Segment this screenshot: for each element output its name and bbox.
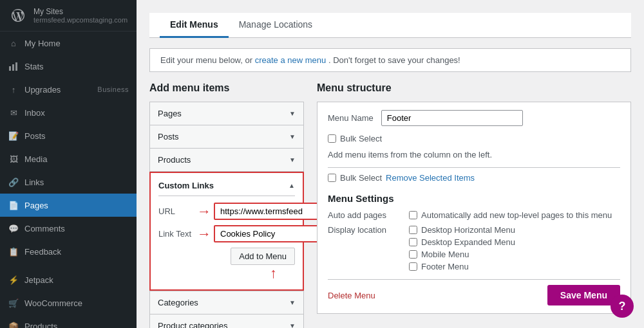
url-row: URL → <box>158 203 295 220</box>
nav-item-media[interactable]: 🖼 Media <box>0 147 137 170</box>
svg-rect-2 <box>15 62 17 71</box>
nav-label-jetpack: Jetpack <box>24 275 53 285</box>
left-column: Add menu items Pages ▼ Posts ▼ Products <box>149 82 304 328</box>
accordion-header-product-categories[interactable]: Product categories ▼ <box>150 314 303 328</box>
chevron-down-icon-posts: ▼ <box>289 133 296 140</box>
svg-rect-1 <box>12 64 14 71</box>
accordion-product-categories: Product categories ▼ <box>149 314 304 328</box>
delete-menu-link[interactable]: Delete Menu <box>328 291 375 300</box>
menu-name-row: Menu Name <box>328 110 620 126</box>
nav-item-comments[interactable]: 💬 Comments <box>0 217 137 240</box>
nav-item-pages[interactable]: 📄 Pages <box>0 194 137 217</box>
nav-label-woocommerce: WooCommerce <box>24 298 82 308</box>
url-arrow: → <box>197 205 211 219</box>
auto-add-label: Auto add pages <box>328 210 399 220</box>
display-option-desktop-horizontal[interactable]: Desktop Horizontal Menu <box>409 225 515 235</box>
add-to-menu-label: Add to Menu <box>239 251 287 261</box>
desktop-expanded-label: Desktop Expanded Menu <box>421 237 515 247</box>
display-option-desktop-expanded[interactable]: Desktop Expanded Menu <box>409 237 515 247</box>
posts-accordion-label: Posts <box>158 132 179 141</box>
pages-label: Pages <box>158 109 182 118</box>
create-new-menu-link[interactable]: create a new menu <box>255 55 327 65</box>
display-option-mobile[interactable]: Mobile Menu <box>409 250 515 259</box>
bulk-select-row-top: Bulk Select <box>328 134 620 143</box>
add-button-row: Add to Menu <box>158 248 295 265</box>
menu-name-input[interactable] <box>381 110 523 126</box>
nav-item-products[interactable]: 📦 Products <box>0 314 137 328</box>
bulk-select-label-bottom: Bulk Select <box>340 173 382 183</box>
menu-name-label: Menu Name <box>328 113 374 123</box>
feedback-icon: 📋 <box>8 246 19 257</box>
desktop-horizontal-checkbox[interactable] <box>409 226 417 234</box>
info-text-before: Edit your menu below, or <box>160 55 255 65</box>
product-categories-label: Product categories <box>158 321 227 328</box>
display-option-footer[interactable]: Footer Menu <box>409 262 515 271</box>
nav-item-upgrades[interactable]: ↑ Upgrades Business <box>0 78 137 101</box>
chevron-down-icon-product-categories: ▼ <box>289 322 296 328</box>
custom-links-section: Custom Links ▲ URL → Link Text → Add to … <box>149 172 304 291</box>
display-location-options: Desktop Horizontal Menu Desktop Expanded… <box>409 225 515 271</box>
nav-label-comments: Comments <box>24 224 65 233</box>
upgrades-badge: Business <box>97 86 129 93</box>
inbox-icon: ✉ <box>8 107 19 118</box>
bottom-bar: Delete Menu Save Menu <box>328 279 620 305</box>
link-text-label: Link Text <box>158 229 197 239</box>
nav-label-my-home: My Home <box>24 39 61 48</box>
nav-label-feedback: Feedback <box>24 247 61 257</box>
bulk-select-row-bottom: Bulk Select Remove Selected Items <box>328 167 620 183</box>
nav-label-inbox: Inbox <box>24 108 45 118</box>
nav-label-pages: Pages <box>24 201 48 210</box>
products-icon: 📦 <box>8 320 19 328</box>
nav-item-links[interactable]: 🔗 Links <box>0 170 137 194</box>
nav-item-jetpack[interactable]: ⚡ Jetpack <box>0 268 137 291</box>
accordion-pages: Pages ▼ <box>149 102 304 125</box>
nav-label-stats: Stats <box>24 62 44 71</box>
custom-links-header: Custom Links ▲ <box>158 181 295 196</box>
help-button[interactable]: ? <box>611 295 634 318</box>
nav-item-my-home[interactable]: ⌂ My Home <box>0 32 137 55</box>
footer-menu-label: Footer Menu <box>421 262 469 271</box>
auto-add-option-label: Automatically add new top-level pages to… <box>421 210 612 220</box>
auto-add-checkbox[interactable] <box>409 211 417 219</box>
accordion-header-categories[interactable]: Categories ▼ <box>150 291 303 314</box>
nav-item-woocommerce[interactable]: 🛒 WooCommerce <box>0 291 137 314</box>
accordion-header-posts[interactable]: Posts ▼ <box>150 125 303 148</box>
nav-label-products: Products <box>24 322 57 329</box>
add-to-menu-button[interactable]: Add to Menu <box>231 248 295 265</box>
display-location-row: Display location Desktop Horizontal Menu… <box>328 225 620 271</box>
home-icon: ⌂ <box>8 37 19 49</box>
link-text-arrow: → <box>197 227 211 241</box>
tab-edit-menus[interactable]: Edit Menus <box>160 13 229 38</box>
menu-structure-box: Menu Name Bulk Select Add menu items fro… <box>317 102 631 314</box>
main-content: Edit Menus Manage Locations Edit your me… <box>137 0 644 328</box>
wordpress-logo <box>8 5 28 26</box>
pages-icon: 📄 <box>8 199 19 211</box>
chevron-down-icon-pages: ▼ <box>289 110 296 117</box>
accordion-header-products[interactable]: Products ▼ <box>150 149 303 171</box>
accordion-header-pages[interactable]: Pages ▼ <box>150 102 303 125</box>
save-menu-button[interactable]: Save Menu <box>547 285 620 305</box>
nav-label-posts: Posts <box>24 131 46 141</box>
site-name: My Sites <box>33 7 128 16</box>
footer-menu-checkbox[interactable] <box>409 262 417 271</box>
nav-item-inbox[interactable]: ✉ Inbox <box>0 101 137 124</box>
remove-selected-label: Remove Selected Items <box>386 173 475 183</box>
bulk-select-checkbox-bottom[interactable] <box>328 174 336 182</box>
desktop-expanded-checkbox[interactable] <box>409 238 417 246</box>
auto-add-option[interactable]: Automatically add new top-level pages to… <box>409 210 612 220</box>
nav-label-links: Links <box>24 178 44 187</box>
media-icon: 🖼 <box>8 153 19 165</box>
nav-item-posts[interactable]: 📝 Posts <box>0 124 137 147</box>
nav-item-feedback[interactable]: 📋 Feedback <box>0 240 137 263</box>
remove-selected-button[interactable]: Remove Selected Items <box>386 173 475 183</box>
nav-item-stats[interactable]: Stats <box>0 55 137 78</box>
bulk-select-checkbox-top[interactable] <box>328 134 336 143</box>
add-menu-items-title: Add menu items <box>149 82 304 94</box>
mobile-menu-checkbox[interactable] <box>409 250 417 259</box>
svg-rect-0 <box>9 66 11 71</box>
tab-manage-locations[interactable]: Manage Locations <box>229 13 323 38</box>
accordion-products: Products ▼ <box>149 149 304 172</box>
nav-label-upgrades: Upgrades <box>24 85 61 95</box>
down-arrow-icon: ↑ <box>270 265 277 282</box>
desktop-horizontal-label: Desktop Horizontal Menu <box>421 225 515 235</box>
